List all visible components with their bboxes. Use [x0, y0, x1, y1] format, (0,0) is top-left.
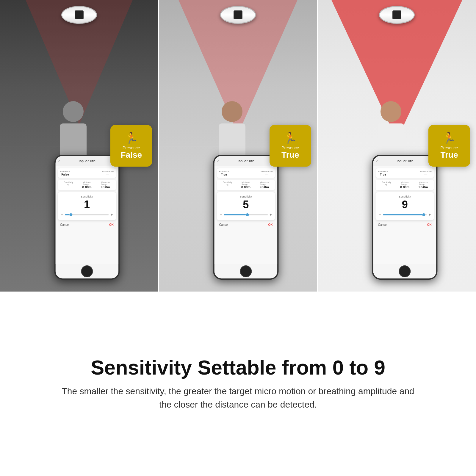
stat-max-val-3: 9.50m [419, 185, 428, 189]
presence-icon-3: 🏃 [442, 132, 456, 144]
stat-minrange-2: MinimumRange 0.00m [241, 181, 250, 189]
phone-body-1: Presence False Illuminance --- Sensitivi… [55, 166, 118, 264]
home-btn-2[interactable] [240, 265, 252, 277]
cancel-btn-3[interactable]: Cancel [378, 223, 387, 226]
slider-minus-2: − [220, 212, 222, 217]
cancel-btn-2[interactable]: Cancel [219, 223, 228, 226]
stat-sens-val-2: 9 [226, 183, 228, 187]
phone-screen-3: ‹ TopBar Title Presence True Illuminance… [373, 156, 436, 278]
slider-track-1[interactable] [65, 214, 109, 215]
presence-overlay-label-3: Presence [440, 145, 458, 150]
bottom-title: Sensitivity Settable from 0 to 9 [91, 356, 385, 379]
stat-min-val-3: 0.00m [400, 185, 409, 189]
sensor-device-3 [379, 6, 415, 24]
sensor-lens-3 [392, 10, 401, 19]
presence-label-2: Presence [219, 170, 229, 173]
bottom-description: The smaller the sensitivity, the greater… [60, 384, 416, 411]
slider-thumb-2 [246, 213, 249, 216]
person-head-2 [222, 101, 242, 122]
stat-maxrange-2: MaximumRange 9.50m [260, 181, 269, 189]
stat-minrange-1: MinimumRange 0.00m [82, 181, 92, 189]
action-row-3: Cancel OK [376, 222, 434, 228]
slider-plus-2: + [270, 212, 272, 217]
luminance-label-2: Illuminance [261, 170, 273, 173]
phone-mockup-2: ‹ TopBar Title Presence True Illuminance… [213, 155, 278, 280]
status-row-1: Presence False Illuminance --- [58, 168, 116, 178]
luminance-item-1: Illuminance --- [102, 170, 114, 176]
person-head-3 [381, 101, 401, 122]
phone-topbar-1: ‹ TopBar Title [55, 156, 118, 166]
sensor-lens-2 [234, 10, 242, 19]
back-icon-2: ‹ [217, 159, 219, 163]
slider-fill-2 [224, 214, 246, 215]
slider-fill-1 [65, 214, 69, 215]
presence-overlay-2: 🏃 Presence True [270, 125, 311, 167]
presence-label-1: Presence [60, 170, 70, 173]
ok-btn-1[interactable]: OK [109, 223, 114, 226]
slider-track-3[interactable] [383, 214, 427, 215]
stat-min-label-1: MinimumRange [83, 181, 91, 185]
presence-item-1: Presence False [60, 170, 70, 176]
phone-body-2: Presence True Illuminance --- Sensitivit… [214, 166, 277, 264]
stat-max-label-3: MaximumRange [419, 181, 428, 185]
presence-status-1: False [61, 173, 69, 176]
phone-topbar-3: ‹ TopBar Title [373, 156, 436, 166]
main-container: ‹ TopBar Title Presence False Illuminanc… [0, 0, 476, 476]
slider-minus-3: − [379, 212, 381, 217]
stat-min-val-1: 0.00m [82, 185, 92, 189]
person-head-1 [63, 101, 84, 122]
sensitivity-value-3: 9 [379, 199, 431, 210]
phone-mockup-3: ‹ TopBar Title Presence True Illuminance… [372, 155, 438, 280]
slider-minus-1: − [61, 212, 63, 217]
stat-max-val-2: 9.50m [260, 185, 269, 189]
presence-label-3: Presence [378, 170, 388, 173]
scene-panel-1: ‹ TopBar Title Presence False Illuminanc… [0, 0, 159, 292]
slider-plus-1: + [111, 212, 113, 217]
stat-maxrange-3: MaximumRange 9.50m [419, 181, 428, 189]
luminance-value-3: --- [424, 173, 427, 176]
slider-track-2[interactable] [224, 214, 268, 215]
scene-panel-2: ‹ TopBar Title Presence True Illuminance… [159, 0, 318, 292]
slider-row-2: − + [220, 212, 272, 217]
ok-btn-2[interactable]: OK [268, 223, 273, 226]
cancel-btn-1[interactable]: Cancel [60, 223, 69, 226]
stat-min-label-2: MinimumRange [242, 181, 250, 185]
slider-fill-3 [383, 214, 422, 215]
stat-sensitivity-1: Sensitivity 9 [64, 181, 73, 189]
stat-sens-val-3: 9 [386, 183, 387, 187]
sensor-device-1 [61, 6, 97, 24]
stat-sens-label-3: Sensitivity [382, 181, 391, 183]
presence-icon-1: 🏃 [125, 132, 138, 144]
luminance-item-2: Illuminance --- [261, 170, 273, 176]
presence-overlay-3: 🏃 Presence True [428, 125, 470, 167]
sensitivity-value-1: 1 [61, 199, 113, 210]
presence-overlay-label-2: Presence [281, 145, 299, 150]
presence-overlay-value-1: False [121, 150, 142, 160]
luminance-label-3: Illuminance [419, 170, 431, 173]
presence-icon-2: 🏃 [284, 132, 297, 144]
presence-status-3: True [380, 173, 386, 176]
ok-btn-3[interactable]: OK [427, 223, 432, 226]
presence-overlay-value-2: True [281, 150, 299, 160]
stat-max-val-1: 9.50m [101, 185, 110, 189]
sensitivity-panel-3: Sensitivity 9 − + [376, 192, 434, 220]
sensor-device-2 [220, 6, 256, 24]
home-btn-3[interactable] [399, 265, 411, 277]
stat-min-val-2: 0.00m [241, 185, 250, 189]
presence-item-2: Presence True [219, 170, 229, 176]
slider-plus-3: + [429, 212, 431, 217]
luminance-item-3: Illuminance --- [419, 170, 431, 176]
bottom-section: Sensitivity Settable from 0 to 9 The sma… [0, 292, 476, 476]
phone-screen-2: ‹ TopBar Title Presence True Illuminance… [214, 156, 277, 278]
stat-sensitivity-2: Sensitivity 9 [223, 181, 232, 189]
back-icon-1: ‹ [58, 159, 60, 163]
status-row-3: Presence True Illuminance --- [376, 168, 434, 178]
topbar-title-3: TopBar Title [396, 159, 414, 163]
home-btn-1[interactable] [81, 265, 93, 277]
presence-overlay-value-3: True [440, 150, 458, 160]
slider-thumb-3 [422, 213, 425, 216]
presence-overlay-1: 🏃 Presence False [110, 125, 152, 167]
phone-stats-2: Sensitivity 9 MinimumRange 0.00m Maximum… [217, 180, 275, 190]
phone-stats-1: Sensitivity 9 MinimumRange 0.00m Maximum… [58, 180, 116, 190]
stat-sensitivity-3: Sensitivity 9 [382, 181, 391, 189]
